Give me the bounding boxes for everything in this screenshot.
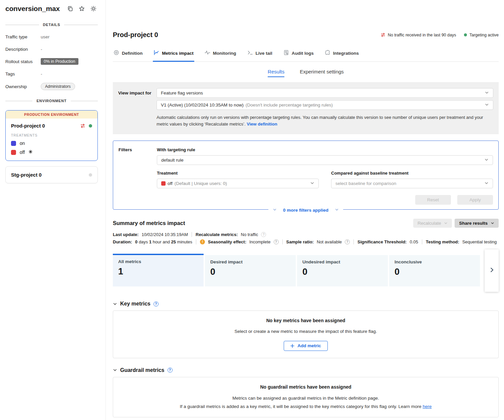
subtab-results[interactable]: Results [268, 69, 284, 77]
chevron-down-icon [310, 181, 314, 186]
card-desired-impact[interactable]: Desired impact 0 [205, 255, 296, 286]
help-icon[interactable] [345, 239, 350, 244]
learn-more-link[interactable]: here [423, 404, 432, 409]
chevron-down-icon [113, 368, 117, 372]
page-title: Prod-project 0 [113, 31, 158, 39]
card-all-metrics[interactable]: All metrics 1 [113, 254, 204, 286]
version-help-text: Automatic calculations only run on versi… [157, 114, 493, 128]
treatment-on-swatch [11, 141, 16, 146]
tab-audit-logs[interactable]: Audit logs [283, 50, 314, 62]
guardrail-metrics-empty-card: No guardrail metrics have been assigned … [113, 377, 499, 418]
tab-definition[interactable]: Definition [113, 50, 143, 62]
card-inconclusive[interactable]: Inconclusive 0 [389, 255, 480, 286]
environment-name: Stg-project 0 [11, 172, 89, 178]
subtab-experiment-settings[interactable]: Experiment settings [300, 69, 344, 77]
tab-monitoring[interactable]: Monitoring [204, 50, 237, 62]
treatment-off-swatch [11, 150, 16, 155]
detail-row-description: Description - [5, 46, 98, 52]
summary-stats-line-2: Duration: 0 days 1 hour and 25 minutes S… [113, 239, 499, 244]
treatment-label: Treatment [157, 171, 319, 176]
audit-log-icon [283, 50, 289, 56]
info-icon [261, 232, 266, 237]
environment-inactive-dot [89, 173, 92, 177]
treatment-on-row: on [11, 141, 92, 146]
environment-divider: ENVIRONMENT [5, 99, 98, 103]
help-icon[interactable] [154, 301, 159, 306]
tab-live-tail[interactable]: Live tail [247, 50, 273, 62]
targeting-rule-dropdown[interactable]: default rule [157, 155, 493, 165]
tab-metrics-impact[interactable]: Metrics impact [153, 50, 194, 62]
default-treatment-asterisk-icon [28, 149, 33, 155]
view-impact-label: View impact for [118, 88, 157, 128]
swap-arrows-icon [80, 123, 85, 129]
summary-title: Summary of metrics impact [113, 220, 413, 226]
sidebar: conversion_max DETAILS Traffic type user… [0, 0, 105, 420]
page: conversion_max DETAILS Traffic type user… [0, 0, 504, 420]
flag-title: conversion_max [5, 5, 60, 13]
tab-integrations[interactable]: Integrations [324, 50, 359, 62]
rollout-status-badge: 0% in Production [41, 58, 78, 65]
carousel-next-button[interactable] [485, 249, 499, 292]
line-chart-icon [154, 50, 159, 56]
main-content: Prod-project 0 No traffic received in th… [105, 0, 504, 420]
chevron-down-icon [484, 158, 489, 163]
help-icon[interactable] [168, 368, 173, 373]
baseline-label: Compared against baseline treatment [331, 171, 493, 176]
flag-header: conversion_max [5, 5, 98, 13]
card-undesired-impact[interactable]: Undesired impact 0 [297, 255, 388, 286]
no-traffic-status: No traffic received in the last 90 days [381, 32, 456, 37]
targeting-status: Targeting active [464, 33, 499, 37]
treatment-off-swatch [161, 181, 166, 186]
details-title: DETAILS [39, 23, 64, 27]
guardrail-metrics-heading[interactable]: Guardrail metrics [113, 367, 499, 373]
environment-card-staging[interactable]: Stg-project 0 [5, 166, 98, 183]
plus-icon [290, 344, 294, 348]
filters-label: Filters [118, 147, 157, 205]
environment-card-production[interactable]: PRODUCTION ENVIRONMENT Prod-project 0 TR… [5, 110, 98, 161]
terminal-icon [247, 50, 253, 56]
key-metrics-heading[interactable]: Key metrics [113, 301, 499, 307]
subtab-bar: Results Experiment settings [113, 69, 499, 77]
help-icon[interactable] [274, 239, 279, 244]
settings-gear-icon[interactable] [90, 6, 96, 12]
targeting-active-dot [464, 33, 467, 36]
add-metric-button[interactable]: Add metric [284, 341, 328, 351]
chevron-down-icon [484, 181, 489, 186]
reset-button[interactable]: Reset [415, 195, 451, 205]
puzzle-icon [325, 50, 330, 56]
target-icon [113, 50, 119, 56]
summary-header: Summary of metrics impact Recalculate Sh… [113, 219, 499, 228]
treatment-dropdown[interactable]: off (Default | Unique users: 0) [157, 179, 319, 188]
production-banner: PRODUCTION ENVIRONMENT [6, 111, 97, 119]
environment-title: ENVIRONMENT [32, 99, 70, 103]
key-metrics-empty-card: No key metrics have been assigned Select… [113, 310, 499, 358]
star-icon[interactable] [79, 6, 85, 12]
detail-row-ownership: Ownership Administrators [5, 83, 98, 90]
baseline-dropdown[interactable]: select baseline for comparison [331, 179, 493, 188]
treatments-label: TREATMENTS [11, 133, 92, 137]
view-definition-link[interactable]: View definition [247, 122, 277, 127]
summary-stats-line-1: Last update: 10/02/2024 10:35:19AM Recal… [113, 232, 499, 237]
chevron-right-icon [489, 267, 495, 274]
details-section: Traffic type user Description - Rollout … [5, 33, 98, 90]
pulse-icon [205, 50, 210, 56]
more-filters-toggle[interactable]: 0 more filters applied [268, 208, 343, 213]
tab-bar: Definition Metrics impact Monitoring Liv… [113, 50, 499, 62]
recalculate-button[interactable]: Recalculate [413, 219, 452, 228]
ownership-pill[interactable]: Administrators [41, 83, 75, 90]
chevron-down-icon [485, 102, 489, 108]
chevron-down-icon [273, 208, 277, 213]
view-impact-panel: View impact for Feature flag versions V1… [113, 82, 499, 134]
environment-name: Prod-project 0 [11, 123, 80, 129]
apply-button[interactable]: Apply [457, 195, 493, 205]
version-type-dropdown[interactable]: Feature flag versions [157, 88, 493, 98]
details-divider: DETAILS [5, 23, 98, 27]
chevron-down-icon [485, 90, 489, 96]
duration-value: 0 days 1 hour and 25 minutes [135, 239, 192, 244]
detail-row-traffic-type: Traffic type user [5, 33, 98, 40]
impact-summary-cards: All metrics 1 Desired impact 0 Undesired… [113, 249, 499, 292]
share-results-button[interactable]: Share results [455, 219, 499, 228]
chevron-down-icon [335, 208, 339, 213]
version-dropdown[interactable]: V1 (Active) (10/02/2024 10:35AM to now) … [157, 100, 493, 110]
copy-icon[interactable] [67, 6, 73, 12]
